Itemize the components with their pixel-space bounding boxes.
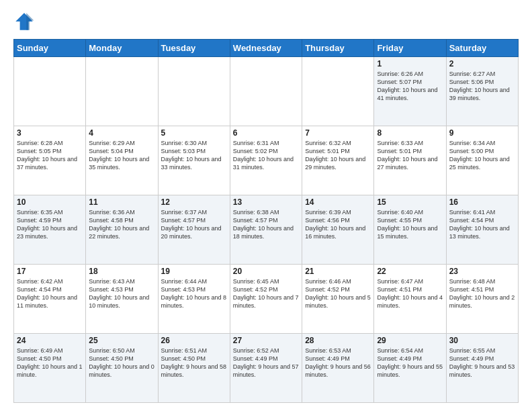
day-info: Sunrise: 6:51 AM Sunset: 4:50 PM Dayligh…: [161, 347, 227, 378]
day-info: Sunrise: 6:40 AM Sunset: 4:55 PM Dayligh…: [377, 209, 437, 240]
day-info: Sunrise: 6:54 AM Sunset: 4:49 PM Dayligh…: [377, 347, 443, 378]
day-number: 4: [89, 128, 154, 138]
day-info: Sunrise: 6:48 AM Sunset: 4:51 PM Dayligh…: [449, 278, 515, 309]
calendar-cell: 6Sunrise: 6:31 AM Sunset: 5:02 PM Daylig…: [230, 126, 302, 195]
day-number: 11: [89, 197, 154, 207]
calendar-cell: 8Sunrise: 6:33 AM Sunset: 5:01 PM Daylig…: [374, 126, 446, 195]
calendar-cell: [158, 57, 230, 126]
calendar-table: SundayMondayTuesdayWednesdayThursdayFrid…: [13, 39, 519, 403]
day-number: 13: [233, 197, 299, 207]
calendar-cell: 30Sunrise: 6:55 AM Sunset: 4:49 PM Dayli…: [446, 334, 518, 403]
logo-icon: [13, 11, 35, 32]
svg-marker-0: [15, 13, 33, 30]
day-number: 17: [17, 267, 83, 276]
day-info: Sunrise: 6:29 AM Sunset: 5:04 PM Dayligh…: [89, 140, 149, 171]
day-number: 5: [161, 128, 227, 138]
calendar-header-row: SundayMondayTuesdayWednesdayThursdayFrid…: [14, 40, 519, 57]
calendar-cell: [302, 57, 374, 126]
day-number: 1: [377, 59, 443, 68]
day-info: Sunrise: 6:32 AM Sunset: 5:01 PM Dayligh…: [305, 140, 365, 171]
day-number: 26: [161, 336, 227, 345]
calendar-cell: 14Sunrise: 6:39 AM Sunset: 4:56 PM Dayli…: [302, 195, 374, 265]
day-number: 28: [305, 336, 371, 345]
day-number: 29: [377, 336, 443, 345]
day-info: Sunrise: 6:30 AM Sunset: 5:03 PM Dayligh…: [161, 140, 222, 171]
calendar-cell: 11Sunrise: 6:36 AM Sunset: 4:58 PM Dayli…: [86, 195, 158, 265]
day-info: Sunrise: 6:41 AM Sunset: 4:54 PM Dayligh…: [449, 209, 510, 240]
day-info: Sunrise: 6:49 AM Sunset: 4:50 PM Dayligh…: [17, 347, 83, 378]
day-number: 14: [305, 197, 371, 207]
calendar-cell: 9Sunrise: 6:34 AM Sunset: 5:00 PM Daylig…: [446, 126, 518, 195]
calendar-cell: 10Sunrise: 6:35 AM Sunset: 4:59 PM Dayli…: [14, 195, 86, 265]
day-number: 7: [305, 128, 371, 138]
calendar-week-row: 17Sunrise: 6:42 AM Sunset: 4:54 PM Dayli…: [14, 265, 519, 334]
calendar-cell: 12Sunrise: 6:37 AM Sunset: 4:57 PM Dayli…: [158, 195, 230, 265]
calendar-cell: 7Sunrise: 6:32 AM Sunset: 5:01 PM Daylig…: [302, 126, 374, 195]
calendar-cell: 15Sunrise: 6:40 AM Sunset: 4:55 PM Dayli…: [374, 195, 446, 265]
day-number: 21: [305, 267, 371, 276]
calendar-cell: 3Sunrise: 6:28 AM Sunset: 5:05 PM Daylig…: [14, 126, 86, 195]
day-info: Sunrise: 6:36 AM Sunset: 4:58 PM Dayligh…: [89, 209, 149, 240]
calendar-cell: 20Sunrise: 6:45 AM Sunset: 4:52 PM Dayli…: [230, 265, 302, 334]
calendar-day-header: Friday: [374, 40, 446, 57]
day-number: 27: [233, 336, 299, 345]
day-info: Sunrise: 6:52 AM Sunset: 4:49 PM Dayligh…: [233, 347, 299, 378]
calendar-cell: [14, 57, 86, 126]
day-number: 20: [233, 267, 299, 276]
day-info: Sunrise: 6:50 AM Sunset: 4:50 PM Dayligh…: [89, 347, 154, 378]
day-number: 10: [17, 197, 83, 207]
calendar-cell: 23Sunrise: 6:48 AM Sunset: 4:51 PM Dayli…: [446, 265, 518, 334]
day-info: Sunrise: 6:34 AM Sunset: 5:00 PM Dayligh…: [449, 140, 510, 171]
calendar-cell: 27Sunrise: 6:52 AM Sunset: 4:49 PM Dayli…: [230, 334, 302, 403]
calendar-week-row: 24Sunrise: 6:49 AM Sunset: 4:50 PM Dayli…: [14, 334, 519, 403]
calendar-week-row: 3Sunrise: 6:28 AM Sunset: 5:05 PM Daylig…: [14, 126, 519, 195]
calendar-day-header: Saturday: [446, 40, 518, 57]
day-number: 9: [449, 128, 515, 138]
page: SundayMondayTuesdayWednesdayThursdayFrid…: [0, 0, 532, 411]
day-number: 25: [89, 336, 154, 345]
calendar-cell: 4Sunrise: 6:29 AM Sunset: 5:04 PM Daylig…: [86, 126, 158, 195]
day-info: Sunrise: 6:44 AM Sunset: 4:53 PM Dayligh…: [161, 278, 227, 309]
calendar-cell: 18Sunrise: 6:43 AM Sunset: 4:53 PM Dayli…: [86, 265, 158, 334]
day-number: 6: [233, 128, 299, 138]
day-info: Sunrise: 6:55 AM Sunset: 4:49 PM Dayligh…: [449, 347, 515, 378]
day-info: Sunrise: 6:42 AM Sunset: 4:54 PM Dayligh…: [17, 278, 77, 309]
day-number: 8: [377, 128, 443, 138]
calendar-cell: 22Sunrise: 6:47 AM Sunset: 4:51 PM Dayli…: [374, 265, 446, 334]
day-info: Sunrise: 6:39 AM Sunset: 4:56 PM Dayligh…: [305, 209, 365, 240]
calendar-cell: 13Sunrise: 6:38 AM Sunset: 4:57 PM Dayli…: [230, 195, 302, 265]
calendar-cell: 28Sunrise: 6:53 AM Sunset: 4:49 PM Dayli…: [302, 334, 374, 403]
day-number: 30: [449, 336, 515, 345]
calendar-day-header: Monday: [86, 40, 158, 57]
calendar-week-row: 10Sunrise: 6:35 AM Sunset: 4:59 PM Dayli…: [14, 195, 519, 265]
day-info: Sunrise: 6:31 AM Sunset: 5:02 PM Dayligh…: [233, 140, 294, 171]
calendar-cell: 25Sunrise: 6:50 AM Sunset: 4:50 PM Dayli…: [86, 334, 158, 403]
calendar-day-header: Tuesday: [158, 40, 230, 57]
calendar-cell: 17Sunrise: 6:42 AM Sunset: 4:54 PM Dayli…: [14, 265, 86, 334]
day-info: Sunrise: 6:33 AM Sunset: 5:01 PM Dayligh…: [377, 140, 437, 171]
logo: [13, 11, 38, 32]
day-info: Sunrise: 6:38 AM Sunset: 4:57 PM Dayligh…: [233, 209, 294, 240]
calendar-cell: 19Sunrise: 6:44 AM Sunset: 4:53 PM Dayli…: [158, 265, 230, 334]
day-number: 15: [377, 197, 443, 207]
calendar-cell: 21Sunrise: 6:46 AM Sunset: 4:52 PM Dayli…: [302, 265, 374, 334]
calendar-cell: 1Sunrise: 6:26 AM Sunset: 5:07 PM Daylig…: [374, 57, 446, 126]
day-info: Sunrise: 6:53 AM Sunset: 4:49 PM Dayligh…: [305, 347, 371, 378]
calendar-day-header: Thursday: [302, 40, 374, 57]
calendar-day-header: Wednesday: [230, 40, 302, 57]
calendar-cell: 29Sunrise: 6:54 AM Sunset: 4:49 PM Dayli…: [374, 334, 446, 403]
calendar-cell: [86, 57, 158, 126]
day-info: Sunrise: 6:27 AM Sunset: 5:06 PM Dayligh…: [449, 71, 510, 101]
header: [13, 11, 519, 32]
day-number: 22: [377, 267, 443, 276]
day-number: 2: [449, 59, 515, 68]
calendar-cell: 16Sunrise: 6:41 AM Sunset: 4:54 PM Dayli…: [446, 195, 518, 265]
day-number: 3: [17, 128, 83, 138]
calendar-cell: 5Sunrise: 6:30 AM Sunset: 5:03 PM Daylig…: [158, 126, 230, 195]
day-number: 19: [161, 267, 227, 276]
day-info: Sunrise: 6:37 AM Sunset: 4:57 PM Dayligh…: [161, 209, 222, 240]
day-info: Sunrise: 6:43 AM Sunset: 4:53 PM Dayligh…: [89, 278, 149, 309]
day-info: Sunrise: 6:47 AM Sunset: 4:51 PM Dayligh…: [377, 278, 443, 309]
calendar-cell: [230, 57, 302, 126]
day-info: Sunrise: 6:35 AM Sunset: 4:59 PM Dayligh…: [17, 209, 77, 240]
